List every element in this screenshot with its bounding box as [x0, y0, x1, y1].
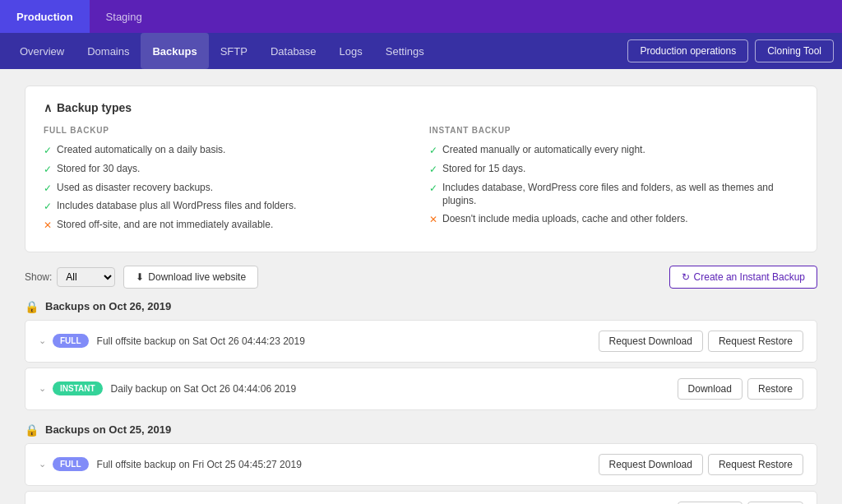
top-bar: Production Staging — [0, 0, 842, 33]
backup-description: Daily backup on Sat Oct 26 04:44:06 2019 — [111, 383, 678, 395]
backup-item-full-oct25: ⌄ FULL Full offsite backup on Fri Oct 25… — [25, 443, 817, 486]
list-item: ✕Stored off-site, and are not immediatel… — [44, 218, 413, 233]
full-backup-features: ✓Created automatically on a daily basis.… — [44, 143, 413, 233]
backup-description: Full offsite backup on Fri Oct 25 04:45:… — [97, 459, 599, 470]
cloning-tool-button[interactable]: Cloning Tool — [755, 39, 834, 62]
nav-settings[interactable]: Settings — [374, 33, 436, 69]
check-icon: ✓ — [44, 200, 52, 214]
list-item: ✓Used as disaster recovery backups. — [44, 181, 413, 196]
tab-production[interactable]: Production — [0, 0, 90, 33]
nav-backups[interactable]: Backups — [141, 33, 208, 69]
backup-item-instant-oct25: ⌄ INSTANT Daily backup on Fri Oct 25 04:… — [25, 491, 817, 504]
backup-item-instant-oct26: ⌄ INSTANT Daily backup on Sat Oct 26 04:… — [25, 368, 817, 410]
lock-icon: 🔒 — [25, 300, 39, 313]
badge-full: FULL — [53, 334, 89, 348]
backup-group-title-oct26: Backups on Oct 26, 2019 — [45, 300, 171, 312]
backup-group-title-oct25: Backups on Oct 25, 2019 — [45, 423, 171, 436]
full-backup-label: FULL BACKUP — [44, 126, 413, 135]
request-restore-button-2[interactable]: Request Restore — [708, 454, 803, 475]
check-icon: ✓ — [429, 182, 437, 196]
list-item: ✓Stored for 15 days. — [429, 162, 798, 177]
backup-group-oct26: 🔒 Backups on Oct 26, 2019 ⌄ FULL Full of… — [25, 300, 817, 410]
download-icon: ⬇ — [136, 271, 144, 283]
main-content: ∧ Backup types FULL BACKUP ✓Created auto… — [0, 69, 842, 504]
chevron-up-icon: ∧ — [44, 101, 52, 114]
nav-sftp[interactable]: SFTP — [209, 33, 259, 69]
nav-logs[interactable]: Logs — [328, 33, 374, 69]
backup-group-oct25: 🔒 Backups on Oct 25, 2019 ⌄ FULL Full of… — [25, 423, 817, 504]
request-download-button-1[interactable]: Request Download — [599, 331, 703, 352]
show-label: Show: — [25, 271, 52, 283]
full-backup-section: FULL BACKUP ✓Created automatically on a … — [44, 126, 413, 237]
backup-types-title[interactable]: ∧ Backup types — [44, 101, 798, 114]
list-item: ✓Created automatically on a daily basis. — [44, 143, 413, 158]
instant-backup-section: INSTANT BACKUP ✓Created manually or auto… — [429, 126, 798, 237]
backup-item-full-oct26: ⌄ FULL Full offsite backup on Sat Oct 26… — [25, 320, 817, 363]
badge-instant: INSTANT — [53, 381, 103, 395]
secondary-nav: Overview Domains Backups SFTP Database L… — [0, 33, 842, 69]
production-operations-button[interactable]: Production operations — [627, 39, 748, 62]
cross-icon: ✕ — [429, 213, 437, 227]
nav-actions: Production operations Cloning Tool — [627, 39, 834, 62]
backup-types-card: ∧ Backup types FULL BACKUP ✓Created auto… — [25, 86, 817, 252]
cross-icon: ✕ — [44, 219, 52, 233]
request-restore-button-1[interactable]: Request Restore — [708, 331, 803, 352]
show-select[interactable]: All Full Instant — [57, 267, 115, 287]
check-icon: ✓ — [44, 182, 52, 196]
nav-overview[interactable]: Overview — [8, 33, 76, 69]
list-item: ✓Includes database plus all WordPress fi… — [44, 199, 413, 214]
create-instant-backup-button[interactable]: ↻ Create an Instant Backup — [669, 266, 817, 289]
instant-backup-label: INSTANT BACKUP — [429, 126, 798, 135]
request-download-button-2[interactable]: Request Download — [599, 454, 703, 475]
check-icon: ✓ — [44, 144, 52, 158]
backup-actions: Download Restore — [678, 378, 803, 400]
backup-group-header-oct25: 🔒 Backups on Oct 25, 2019 — [25, 423, 817, 437]
expand-icon[interactable]: ⌄ — [39, 459, 46, 469]
nav-domains[interactable]: Domains — [76, 33, 141, 69]
download-button-1[interactable]: Download — [678, 378, 743, 400]
backup-actions: Request Download Request Restore — [599, 454, 803, 475]
refresh-icon: ↻ — [682, 271, 690, 283]
lock-icon: 🔒 — [25, 423, 39, 437]
check-icon: ✓ — [429, 144, 437, 158]
toolbar-row: Show: All Full Instant ⬇ Download live w… — [25, 266, 817, 289]
list-item: ✕Doesn't include media uploads, cache an… — [429, 212, 798, 227]
show-filter: Show: All Full Instant — [25, 267, 115, 287]
list-item: ✓Created manually or automatically every… — [429, 143, 798, 158]
tab-staging[interactable]: Staging — [90, 0, 159, 33]
check-icon: ✓ — [429, 163, 437, 177]
expand-icon[interactable]: ⌄ — [39, 335, 46, 346]
instant-backup-features: ✓Created manually or automatically every… — [429, 143, 798, 227]
badge-full: FULL — [53, 457, 89, 471]
nav-database[interactable]: Database — [259, 33, 328, 69]
backup-group-header-oct26: 🔒 Backups on Oct 26, 2019 — [25, 300, 817, 313]
check-icon: ✓ — [44, 163, 52, 177]
backup-actions: Request Download Request Restore — [599, 331, 803, 352]
list-item: ✓Includes database, WordPress core files… — [429, 181, 798, 209]
expand-icon[interactable]: ⌄ — [39, 383, 46, 394]
list-item: ✓Stored for 30 days. — [44, 162, 413, 177]
download-live-button[interactable]: ⬇ Download live website — [123, 266, 258, 289]
backup-types-grid: FULL BACKUP ✓Created automatically on a … — [44, 126, 798, 237]
backup-description: Full offsite backup on Sat Oct 26 04:44:… — [97, 335, 599, 347]
restore-button-1[interactable]: Restore — [747, 378, 803, 400]
